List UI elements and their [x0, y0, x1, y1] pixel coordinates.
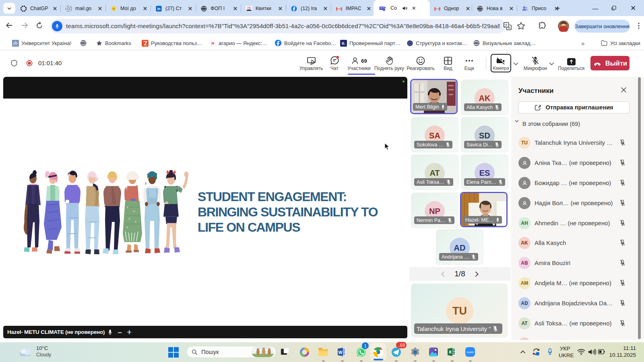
svg-text:W: W	[339, 350, 343, 355]
svg-text:A: A	[508, 26, 510, 30]
svg-text:УЗ: УЗ	[247, 6, 251, 10]
svg-text:B.: B.	[342, 41, 345, 45]
svg-text:in: in	[157, 7, 161, 11]
svg-text:T: T	[380, 6, 382, 9]
svg-text:文: 文	[505, 23, 508, 27]
svg-text:zoom: zoom	[466, 351, 473, 354]
svg-text:Я: Я	[211, 41, 214, 45]
